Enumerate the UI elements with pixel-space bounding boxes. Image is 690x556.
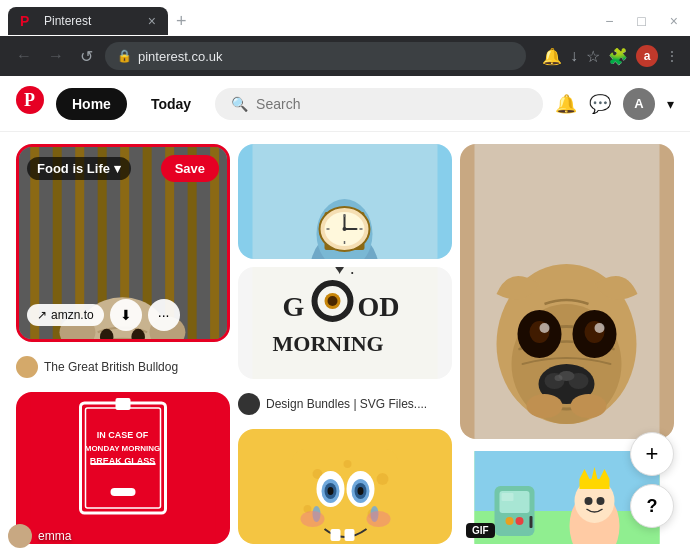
svg-point-39: [343, 227, 347, 231]
svg-rect-29: [111, 488, 136, 496]
link-out-icon: ↗: [37, 308, 47, 322]
svg-text:G: G: [283, 291, 305, 322]
active-tab[interactable]: P Pinterest ×: [8, 7, 168, 35]
browser-window: P Pinterest × + − □ × ← → ↺ 🔒 pinterest.…: [0, 0, 690, 76]
bookmark-ext-icon[interactable]: ☆: [586, 47, 600, 66]
pin-card-watch[interactable]: [238, 144, 452, 259]
pinterest-logo-svg: P: [16, 86, 44, 114]
tab-close-button[interactable]: ×: [148, 13, 156, 29]
pin-card-overlay-bottom: ↗ amzn.to ⬇ ···: [27, 299, 219, 331]
add-button[interactable]: +: [630, 432, 674, 476]
svg-point-63: [328, 487, 334, 495]
today-nav-button[interactable]: Today: [139, 88, 203, 120]
forward-button[interactable]: →: [44, 47, 68, 65]
svg-rect-105: [530, 516, 533, 528]
svg-text:IN CASE OF: IN CASE OF: [97, 430, 149, 440]
url-input[interactable]: 🔒 pinterest.co.uk: [105, 42, 526, 70]
pin-author-avatar-gm: [238, 393, 260, 415]
pinterest-app: P Home Today 🔍 🔔 💬 A ▾: [0, 76, 690, 556]
svg-point-86: [540, 323, 550, 333]
pin-author-bulldog: The Great British Bulldog: [44, 360, 178, 374]
back-button[interactable]: ←: [12, 47, 36, 65]
floating-actions: + ?: [630, 432, 674, 528]
pin-author-avatar-bulldog: [16, 356, 38, 378]
svg-point-89: [595, 323, 605, 333]
address-bar: ← → ↺ 🔒 pinterest.co.uk 🔔 ↓ ☆ 🧩 a ⋮: [0, 36, 690, 76]
svg-rect-102: [502, 493, 514, 501]
svg-text:MORNING: MORNING: [273, 331, 384, 356]
home-nav-button[interactable]: Home: [56, 88, 127, 120]
download-pin-button[interactable]: ⬇: [110, 299, 142, 331]
reload-button[interactable]: ↺: [76, 47, 97, 66]
svg-point-104: [516, 517, 524, 525]
pin-card-good-morning[interactable]: ♥ . G OD MORNING: [238, 267, 452, 379]
new-tab-button[interactable]: +: [176, 11, 187, 32]
close-button[interactable]: ×: [666, 13, 682, 29]
notification-ext-icon[interactable]: 🔔: [542, 47, 562, 66]
svg-point-57: [377, 473, 389, 485]
extensions-icon[interactable]: 🧩: [608, 47, 628, 66]
svg-rect-72: [331, 529, 341, 541]
minimize-button[interactable]: −: [601, 13, 617, 29]
svg-text:OD: OD: [358, 291, 400, 322]
svg-text:♥ .: ♥ .: [334, 267, 355, 277]
svg-point-56: [344, 460, 352, 468]
svg-text:MONDAY MORNING: MONDAY MORNING: [85, 444, 161, 453]
svg-point-94: [555, 375, 563, 381]
svg-text:P: P: [24, 90, 35, 110]
tab-favicon: P: [20, 13, 36, 29]
pin-card-frenchie[interactable]: emma: [460, 144, 674, 439]
svg-point-70: [301, 511, 325, 527]
svg-point-112: [585, 497, 593, 505]
save-pin-button[interactable]: Save: [161, 155, 219, 182]
profile-chevron-icon[interactable]: ▾: [667, 96, 674, 112]
extension-icons: 🔔 ↓ ☆ 🧩 a ⋮: [542, 45, 678, 67]
pin-card-overlay-top: Food is Life ▾ Save: [27, 155, 219, 182]
svg-point-67: [358, 487, 364, 495]
svg-rect-73: [345, 529, 355, 541]
nav-right-actions: 🔔 💬 A ▾: [555, 88, 674, 120]
pin-card-spongebob-cry[interactable]: i think i forgot my underwear: [238, 429, 452, 544]
svg-point-95: [527, 394, 563, 418]
svg-text:BREAK GLASS: BREAK GLASS: [90, 456, 156, 466]
svg-point-71: [367, 511, 391, 527]
svg-point-113: [597, 497, 605, 505]
browser-menu-icon[interactable]: ⋮: [666, 49, 678, 63]
user-avatar[interactable]: A: [623, 88, 655, 120]
url-text: pinterest.co.uk: [138, 49, 514, 64]
pinterest-nav: P Home Today 🔍 🔔 💬 A ▾: [0, 76, 690, 132]
maximize-button[interactable]: □: [633, 13, 649, 29]
svg-rect-24: [116, 398, 131, 410]
pin-link-chip[interactable]: ↗ amzn.to: [27, 304, 104, 326]
tab-bar: P Pinterest × + − □ ×: [0, 0, 690, 36]
pin-column-1: Food is Life ▾ Save ↗ amzn.to ⬇ ···: [16, 144, 230, 544]
search-input[interactable]: [256, 96, 527, 112]
pin-card-redbox[interactable]: IN CASE OF MONDAY MORNING BREAK GLASS: [16, 392, 230, 544]
svg-rect-12: [19, 340, 227, 342]
pin-footer-good-morning: Design Bundles | SVG Files....: [238, 387, 452, 421]
pin-author-gm: Design Bundles | SVG Files....: [266, 397, 427, 411]
search-icon: 🔍: [231, 96, 248, 112]
pinterest-logo[interactable]: P: [16, 86, 44, 121]
notifications-button[interactable]: 🔔: [555, 93, 577, 115]
pin-column-2: ♥ . G OD MORNING Design Bundles | S: [238, 144, 452, 544]
tab-title: Pinterest: [44, 14, 140, 28]
chevron-down-icon: ▾: [114, 161, 121, 176]
svg-rect-108: [580, 479, 610, 489]
lock-icon: 🔒: [117, 49, 132, 63]
pin-grid: Food is Life ▾ Save ↗ amzn.to ⬇ ···: [0, 132, 690, 556]
pin-card-bulldog[interactable]: Food is Life ▾ Save ↗ amzn.to ⬇ ···: [16, 144, 230, 342]
messages-button[interactable]: 💬: [589, 93, 611, 115]
download-ext-icon[interactable]: ↓: [570, 47, 578, 65]
gif-badge: GIF: [466, 523, 495, 538]
more-pin-button[interactable]: ···: [148, 299, 180, 331]
help-button[interactable]: ?: [630, 484, 674, 528]
search-box[interactable]: 🔍: [215, 88, 543, 120]
svg-point-103: [506, 517, 514, 525]
window-controls: − □ ×: [601, 13, 682, 29]
svg-rect-21: [31, 392, 216, 544]
browser-profile[interactable]: a: [636, 45, 658, 67]
pin-collection-label: Food is Life ▾: [27, 157, 131, 180]
svg-point-96: [571, 394, 607, 418]
pin-footer-bulldog: The Great British Bulldog: [16, 350, 230, 384]
